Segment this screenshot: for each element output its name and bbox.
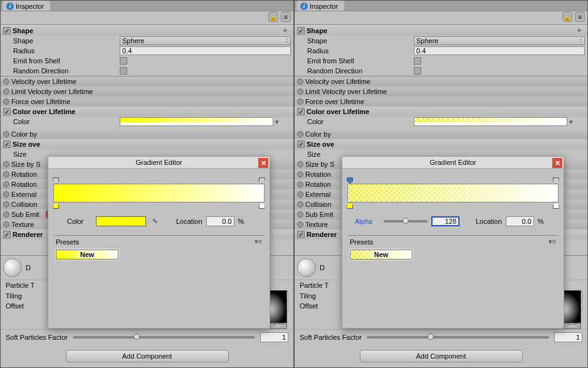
gradient-editor-title: Gradient Editor ✕ [342,157,564,169]
shape-dropdown[interactable]: Sphere [414,36,585,45]
random-checkbox[interactable] [120,67,127,75]
lock-icon[interactable]: 🔒 [268,12,278,22]
color-stop-end[interactable] [553,202,559,209]
colorlife-checkbox[interactable] [3,108,11,115]
radio-icon [3,88,9,95]
alpha-stop-end[interactable] [259,177,265,184]
material-preview-icon [3,258,22,277]
panel-toolbar: 🔒 ≡ [268,12,291,22]
inspector-tab[interactable]: i Inspector [3,1,50,11]
alpha-slider[interactable] [384,220,428,223]
material-label: D [26,264,31,271]
colorlife-module[interactable]: Color over Lifetime [295,107,587,117]
radius-label: Radius [13,47,120,55]
color-swatch[interactable] [96,216,146,226]
gradient-editor-popup: Gradient Editor ✕ Alpha 128 Location 0.0… [342,156,564,329]
add-icon[interactable]: + [281,26,290,34]
info-icon: i [6,3,14,10]
presets-label: Presets [56,238,79,246]
add-icon[interactable]: + [575,26,584,34]
velocity-module[interactable]: Velocity over Lifetime [295,76,587,87]
velocity-module[interactable]: Velocity over Lifetime [1,76,293,87]
radio-icon [3,98,9,105]
tab-label: Inspector [16,3,44,10]
tab-label: Inspector [310,3,338,10]
color-edit-label: Color [67,218,92,225]
limvel-module[interactable]: Limit Velocity over Lifetime [295,87,587,97]
soft-slider[interactable] [73,336,255,339]
sizeover-module[interactable]: Size ove [1,139,293,149]
sizeover-module[interactable]: Size ove [295,139,587,149]
shape-module: Shape Shape Sphere Radius 0.4 Emit from … [295,25,587,76]
random-checkbox[interactable] [414,67,421,75]
radius-field[interactable]: 0.4 [120,46,291,55]
shape-dropdown[interactable]: Sphere [120,36,291,45]
close-button[interactable]: ✕ [552,158,562,168]
percent-label: % [238,218,244,225]
inspector-tab[interactable]: i Inspector [297,1,344,11]
color-stop-end[interactable] [259,202,265,209]
preset-swatch[interactable]: New [56,250,118,260]
emit-checkbox[interactable] [414,57,421,65]
inspector-panel-right: i Inspector 🔒 ≡ + Shape Shape Sphere Rad… [294,0,588,368]
color-stop-start[interactable] [347,202,353,209]
alpha-edit-label: Alpha [355,218,380,225]
add-component-button[interactable]: Add Component [66,350,229,362]
presets-menu-icon[interactable]: ▾≡ [255,238,262,246]
close-button[interactable]: ✕ [258,158,268,168]
inspector-panel-left: i Inspector 🔒 ≡ + Shape Shape Sphere Rad… [0,0,294,368]
gradient-track[interactable] [347,184,559,202]
offset-label: Offset [6,302,50,310]
gradient-editor-title: Gradient Editor ✕ [48,157,270,169]
alpha-stop-start[interactable] [53,177,59,184]
location-label: Location [176,218,202,225]
size-label: Size [13,150,26,158]
presets-menu-icon[interactable]: ▾≡ [549,238,556,246]
shape-header[interactable]: Shape [1,26,293,36]
shape-title: Shape [13,27,33,34]
radio-icon [3,78,9,85]
random-label: Random Direction [13,67,120,75]
tab-bar: i Inspector [1,1,293,11]
color-gradient-field[interactable] [120,117,273,126]
lock-icon[interactable]: 🔒 [562,12,572,22]
soft-value-field[interactable]: 1 [260,332,288,342]
menu-icon[interactable]: ≡ [281,12,291,22]
eyedropper-icon[interactable]: ✎ [150,216,160,226]
color-stop-start[interactable] [53,202,59,209]
dropdown-arrow-icon[interactable]: ▾ [567,118,575,126]
select-texture-button[interactable]: Select [269,323,287,329]
soft-slider[interactable] [367,336,549,339]
material-preview-icon [297,258,316,277]
emit-checkbox[interactable] [120,57,127,65]
alpha-stop-start[interactable] [347,177,353,184]
colorby-module[interactable]: Color by [295,129,587,139]
force-module[interactable]: Force over Lifetime [1,97,293,107]
force-module[interactable]: Force over Lifetime [295,97,587,107]
emit-label: Emit from Shell [13,57,120,65]
menu-icon[interactable]: ≡ [575,12,585,22]
dropdown-arrow-icon[interactable]: ▾ [273,118,281,126]
shape-prop-label: Shape [13,37,120,45]
color-gradient-field[interactable] [414,117,567,126]
radius-field[interactable]: 0.4 [414,46,585,55]
shape-checkbox[interactable] [297,27,305,34]
location-field[interactable]: 0.0 [206,216,234,226]
colorby-module[interactable]: Color by [1,129,293,139]
gradient-track[interactable] [53,184,265,202]
select-texture-button[interactable]: Select [563,323,581,329]
shape-checkbox[interactable] [3,27,11,34]
add-component-button[interactable]: Add Component [360,350,523,362]
shape-header[interactable]: Shape [295,26,587,36]
limvel-module[interactable]: Limit Velocity over Lifetime [1,87,293,97]
location-field[interactable]: 0.0 [506,216,534,226]
alpha-value-field[interactable]: 128 [431,216,459,226]
colorlife-module[interactable]: Color over Lifetime [1,107,293,117]
soft-value-field[interactable]: 1 [554,332,582,342]
soft-label: Soft Particles Factor [6,334,68,341]
gradient-editor-popup: Gradient Editor ✕ Color ✎ Location 0.0 % [48,156,270,329]
preset-swatch[interactable]: New [350,250,412,260]
info-icon: i [300,3,308,10]
panel-toolbar: 🔒 ≡ [562,12,585,22]
alpha-stop-end[interactable] [553,177,559,184]
